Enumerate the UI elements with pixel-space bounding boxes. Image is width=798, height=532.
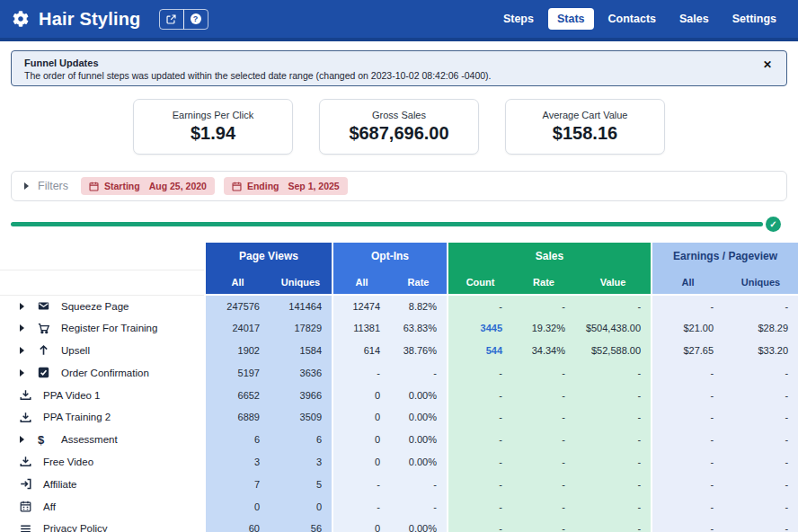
data-cell: 0 [332, 518, 390, 532]
column-header-page-views-all: All [205, 270, 270, 295]
data-cell: 141464 [270, 295, 332, 317]
expand-caret-icon[interactable] [20, 436, 38, 443]
data-cell: - [390, 473, 448, 495]
data-cell: - [652, 361, 723, 384]
column-group-page-views: Page Views [205, 243, 332, 270]
tab-sales[interactable]: Sales [670, 8, 718, 30]
sales-count-link[interactable]: 544 [486, 345, 502, 356]
download-icon [20, 455, 35, 469]
expand-caret-icon[interactable] [20, 369, 38, 377]
help-button[interactable]: ? [183, 9, 208, 30]
expand-caret-icon[interactable] [20, 347, 38, 354]
column-header-sales-rate: Rate [512, 270, 575, 295]
calendar-icon [89, 182, 99, 191]
data-cell: - [652, 295, 723, 317]
data-cell: - [652, 451, 723, 474]
data-cell: 3 [270, 451, 332, 474]
data-cell: - [512, 361, 575, 384]
table-row: Register For Training24017178291138163.8… [0, 317, 798, 340]
data-cell: - [512, 406, 575, 429]
data-cell: 1902 [205, 340, 270, 362]
progress-row: ✓ [11, 216, 787, 232]
help-icon: ? [191, 13, 201, 24]
badge-value: Sep 1, 2025 [288, 181, 339, 191]
data-cell: - [652, 495, 723, 518]
data-cell: 0.00% [390, 451, 448, 474]
table-row: Aff00------- [0, 495, 798, 518]
table-row: Affiliate75------- [0, 473, 798, 495]
funnel-step-label: Squeeze Page [0, 295, 205, 317]
funnel-step-label: Affiliate [0, 473, 205, 495]
close-icon[interactable]: ✕ [759, 58, 776, 72]
data-cell: 0 [332, 429, 390, 451]
data-cell: 5197 [205, 361, 270, 384]
step-name: Register For Training [61, 323, 157, 333]
expand-caret-icon[interactable] [20, 303, 38, 310]
step-name: Free Video [43, 457, 93, 467]
sales-count-link[interactable]: 3445 [481, 323, 502, 333]
funnel-step-label: Aff [0, 495, 205, 518]
tab-stats[interactable]: Stats [548, 8, 594, 30]
download-icon [20, 388, 35, 403]
data-cell: - [512, 451, 575, 474]
expand-caret-icon[interactable] [20, 324, 38, 332]
data-cell: 3 [205, 451, 270, 474]
data-cell: - [448, 295, 512, 317]
data-cell: - [652, 518, 723, 532]
calendar-icon [232, 182, 242, 191]
data-cell: - [723, 451, 798, 474]
header-button-group: ? [159, 9, 208, 30]
gear-icon [13, 10, 31, 28]
data-cell: 7 [205, 473, 270, 495]
data-cell: - [575, 451, 652, 474]
list-icon [20, 521, 35, 532]
check-circle-icon: ✓ [766, 217, 781, 232]
envelope-icon [38, 299, 53, 314]
calendar-icon [20, 500, 35, 514]
column-group-earnings-pageview: Earnings / Pageview [652, 243, 798, 270]
data-cell: - [723, 495, 798, 518]
filters-bar[interactable]: Filters Starting Aug 25, 2020 Ending Sep… [11, 171, 787, 201]
column-header-sales-value: Value [575, 270, 652, 295]
data-cell: 0 [332, 384, 390, 406]
table-row: Upsell1902158461438.76%54434.34%$52,588.… [0, 340, 798, 362]
starting-date-badge[interactable]: Starting Aug 25, 2020 [81, 177, 215, 195]
table-row: PPA Video 16652396600.00%----- [0, 384, 798, 406]
stat-card-average-cart-value: Average Cart Value $158.16 [505, 99, 665, 155]
step-name: Aff [43, 501, 56, 512]
badge-label: Ending [247, 181, 279, 191]
funnel-step-label: Privacy Policy [0, 518, 205, 532]
tab-contacts[interactable]: Contacts [599, 8, 665, 30]
step-name: PPA Training 2 [43, 412, 111, 422]
data-cell: - [448, 451, 512, 474]
stat-cards: Earnings Per Click $1.94 Gross Sales $68… [0, 99, 798, 155]
data-cell: 614 [332, 340, 390, 362]
data-cell: - [575, 295, 652, 317]
stat-value: $1.94 [134, 123, 292, 144]
ending-date-badge[interactable]: Ending Sep 1, 2025 [224, 177, 348, 195]
open-funnel-button[interactable] [159, 9, 184, 30]
arrow-up-icon [38, 343, 53, 358]
table-row: Order Confirmation51973636------- [0, 361, 798, 384]
data-cell: - [448, 429, 512, 451]
data-cell: - [512, 473, 575, 495]
tab-steps[interactable]: Steps [494, 8, 543, 30]
data-cell: $28.29 [723, 317, 798, 340]
data-cell: - [390, 495, 448, 518]
caret-right-icon [24, 182, 29, 190]
funnel-step-label: Free Video [0, 451, 205, 474]
tab-settings[interactable]: Settings [723, 8, 785, 30]
data-cell: - [723, 429, 798, 451]
data-cell: - [512, 295, 575, 317]
check-square-icon [38, 366, 53, 380]
stat-label: Average Cart Value [506, 110, 664, 120]
data-cell: 0 [332, 406, 390, 429]
data-cell: 38.76% [390, 340, 448, 362]
funnel-updates-alert: Funnel Updates The order of funnel steps… [11, 50, 787, 86]
badge-value: Aug 25, 2020 [149, 181, 207, 191]
step-name: Assessment [61, 434, 118, 445]
funnel-step-label: Register For Training [0, 317, 205, 340]
data-cell: 0.00% [390, 406, 448, 429]
navbar-left: Hair Styling ? [13, 9, 208, 30]
data-cell: 6652 [205, 384, 270, 406]
